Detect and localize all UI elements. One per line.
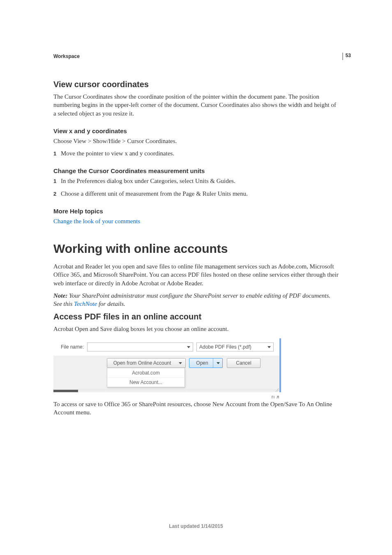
step-text: Move the pointer to view x and y coordin… (61, 149, 174, 157)
note-body: for details. (97, 301, 125, 307)
open-button-label: Open (196, 360, 208, 366)
cancel-button[interactable]: Cancel (227, 358, 261, 368)
paragraph: The Cursor Coordinates show the coordina… (53, 92, 339, 118)
page-number: 53 (342, 53, 351, 60)
online-account-menu: Acrobat.com New Account... (107, 368, 185, 387)
paragraph: Acrobat and Reader let you open and save… (53, 262, 339, 287)
filename-label: File name: (61, 344, 84, 350)
list-step: 1 In the Preferences dialog box under Ca… (53, 177, 339, 185)
figure-mark: гı л (53, 395, 279, 399)
chapter-header: Workspace (53, 53, 339, 59)
open-from-online-account-button[interactable]: Open from Online Account (107, 358, 186, 368)
heading-access-pdf-online: Access PDF files in an online account (53, 312, 339, 321)
note-label: Note: (53, 292, 69, 299)
menu-item-acrobat-com[interactable]: Acrobat.com (107, 368, 184, 377)
paragraph: Choose View > Show/Hide > Cursor Coordin… (53, 137, 339, 145)
dialog-dark-strip (53, 390, 78, 392)
step-number: 1 (53, 177, 61, 185)
link-technote[interactable]: TechNote (74, 301, 97, 307)
open-button[interactable]: Open (189, 358, 223, 368)
step-number: 1 (53, 149, 61, 157)
chevron-down-icon (217, 362, 220, 364)
filetype-dropdown[interactable]: Adobe PDF Files (*.pdf) (196, 342, 274, 352)
heading-working-online-accounts: Working with online accounts (53, 242, 339, 256)
resize-grip-icon (274, 388, 279, 392)
step-text: In the Preferences dialog box under Cate… (61, 177, 235, 185)
heading-more-help: More Help topics (53, 208, 339, 215)
step-number: 2 (53, 190, 61, 198)
heading-view-cursor-coordinates: View cursor coordinates (53, 80, 339, 89)
filename-input[interactable] (87, 342, 193, 352)
paragraph: Acrobat Open and Save dialog boxes let y… (53, 325, 339, 333)
dialog-footer-strip (78, 390, 279, 392)
last-updated-footer: Last updated 1/14/2015 (53, 523, 339, 529)
open-dialog-screenshot: File name: Adobe PDF Files (*.pdf) Open … (53, 338, 281, 392)
list-step: 1 Move the pointer to view x and y coord… (53, 149, 339, 157)
figure-caption: To access or save to Office 365 or Share… (53, 400, 339, 417)
step-text: Choose a different unit of measurement f… (61, 190, 248, 198)
menu-item-new-account[interactable]: New Account... (107, 377, 184, 387)
list-step: 2 Choose a different unit of measurement… (53, 190, 339, 198)
note-paragraph: Note: Your SharePoint administrator must… (53, 291, 339, 308)
link-change-look-comments[interactable]: Change the look of your comments (53, 218, 140, 224)
heading-view-xy: View x and y coordinates (53, 127, 339, 134)
heading-change-units: Change the Cursor Coordinates measuremen… (53, 167, 339, 174)
